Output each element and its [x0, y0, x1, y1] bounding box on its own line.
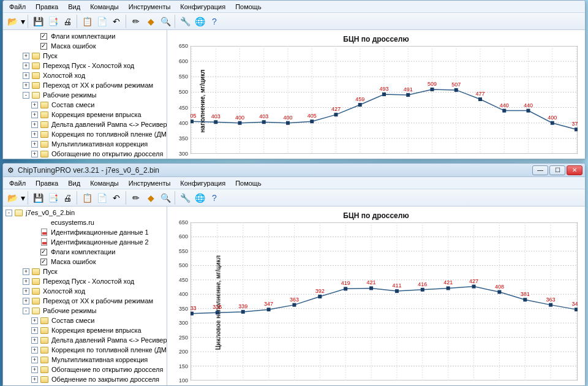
copy-icon[interactable]: 📋 — [80, 15, 94, 28]
print-icon[interactable]: 🖨 — [61, 15, 74, 28]
maximize-button[interactable]: ☐ — [549, 165, 565, 175]
expand-icon[interactable]: + — [23, 72, 29, 79]
open-icon[interactable]: 📂 — [6, 191, 19, 205]
save-icon[interactable]: 💾 — [31, 15, 45, 28]
tool1-icon[interactable]: 🔧 — [178, 191, 192, 205]
tree-item[interactable]: +Коррекция по топливной пленке (ДМРВ) — [3, 345, 167, 355]
expand-icon[interactable]: + — [31, 121, 38, 128]
tree-item[interactable]: Флаги комплектации — [3, 247, 167, 257]
expand-icon[interactable]: + — [31, 337, 38, 344]
tree-item[interactable]: +Состав смеси — [3, 100, 167, 110]
expand-icon[interactable]: + — [23, 298, 29, 305]
zoom-icon[interactable]: 🔍 — [159, 191, 172, 205]
open-icon[interactable]: 📂 — [6, 15, 19, 28]
select-icon[interactable]: ✏ — [129, 15, 143, 28]
info-icon[interactable]: ◆ — [144, 15, 157, 28]
copy-icon[interactable]: 📋 — [80, 191, 94, 205]
tree-item[interactable]: +Дельта давлений Рампа <-> Ресивер — [3, 335, 167, 345]
expand-icon[interactable]: + — [31, 131, 38, 138]
zoom-icon[interactable]: 🔍 — [159, 15, 172, 28]
help-icon[interactable]: ? — [208, 15, 221, 28]
undo-icon[interactable]: ↶ — [110, 15, 123, 28]
tree-item[interactable]: +Коррекция времени впрыска — [3, 110, 167, 119]
tree-item[interactable]: -Рабочие режимы — [3, 306, 167, 316]
tree-item[interactable]: +Холостой ход — [3, 70, 167, 80]
paste-icon[interactable]: 📄 — [95, 15, 108, 28]
dropdown-icon[interactable]: ▾ — [20, 191, 25, 205]
tree-item[interactable]: +Пуск — [3, 51, 167, 61]
menu-commands[interactable]: Команды — [85, 178, 124, 188]
menu-tools[interactable]: Инструменты — [124, 178, 176, 188]
save-icon[interactable]: 💾 — [31, 191, 45, 205]
tree-item[interactable]: +Холостой ход — [3, 286, 167, 296]
tree-item[interactable]: Идентификационные данные 2 — [3, 237, 167, 247]
tree-item[interactable]: +Переход от XX к рабочим режимам — [3, 296, 167, 306]
expand-icon[interactable]: + — [31, 141, 38, 148]
tool2-icon[interactable]: 🌐 — [193, 15, 206, 28]
expand-icon[interactable]: + — [31, 366, 38, 373]
expand-icon[interactable]: + — [31, 102, 38, 108]
saveall-icon[interactable]: 📑 — [46, 191, 59, 205]
menu-config[interactable]: Конфигурация — [175, 178, 230, 188]
menu-edit[interactable]: Правка — [31, 178, 63, 188]
tree-item[interactable]: +Обогащение по давлению (ДАД) — [3, 384, 167, 385]
tree-item[interactable]: Маска ошибок — [3, 41, 167, 51]
close-button[interactable]: ✕ — [567, 165, 582, 175]
tree-panel[interactable]: -j7es_v0_6_2.binecusystems.ruИдентификац… — [3, 206, 167, 385]
menu-view[interactable]: Вид — [63, 2, 85, 12]
tree-item[interactable]: +Обогащение по открытию дросселя — [3, 149, 167, 159]
tree-item[interactable]: +Переход Пуск - Холостой ход — [3, 61, 167, 70]
tree-panel[interactable]: Флаги комплектацииМаска ошибок+Пуск+Пере… — [3, 30, 167, 159]
tree-item[interactable]: -Рабочие режимы — [3, 90, 167, 100]
tree-item[interactable]: +Обеднение по закрытию дросселя — [3, 374, 167, 384]
expand-icon[interactable]: - — [23, 308, 29, 314]
expand-icon[interactable]: + — [23, 288, 29, 295]
expand-icon[interactable]: - — [23, 92, 29, 99]
expand-icon[interactable]: + — [23, 62, 29, 69]
menu-file[interactable]: Файл — [4, 178, 31, 188]
expand-icon[interactable]: + — [31, 151, 38, 157]
tree-item[interactable]: +Мультипликативная коррекция — [3, 355, 167, 365]
tree-item[interactable]: Маска ошибок — [3, 257, 167, 267]
info-icon[interactable]: ◆ — [144, 191, 157, 205]
menu-view[interactable]: Вид — [63, 178, 85, 188]
minimize-button[interactable]: — — [532, 165, 548, 175]
saveall-icon[interactable]: 📑 — [46, 15, 59, 28]
chart-area[interactable]: наполнение, мг/цикл 30035040045050055060… — [172, 46, 580, 156]
expand-icon[interactable]: + — [31, 327, 38, 334]
expand-icon[interactable]: + — [31, 112, 38, 118]
expand-icon[interactable]: + — [31, 357, 38, 363]
select-icon[interactable]: ✏ — [129, 191, 143, 205]
tree-item[interactable]: +Переход от XX к рабочим режимам — [3, 80, 167, 90]
expand-icon[interactable]: + — [23, 82, 29, 89]
tree-item[interactable]: -j7es_v0_6_2.bin — [3, 208, 167, 218]
menu-edit[interactable]: Правка — [31, 2, 63, 12]
expand-icon[interactable]: + — [31, 376, 38, 383]
expand-icon[interactable]: + — [31, 317, 38, 324]
print-icon[interactable]: 🖨 — [61, 191, 74, 205]
menu-help[interactable]: Помощь — [230, 2, 266, 12]
tool1-icon[interactable]: 🔧 — [178, 15, 192, 28]
titlebar[interactable]: ⚙ ChipTuningPRO ver.3.21 - j7es_v0_6_2.b… — [3, 164, 585, 177]
tool2-icon[interactable]: 🌐 — [193, 191, 206, 205]
tree-item[interactable]: Флаги комплектации — [3, 31, 167, 41]
menu-tools[interactable]: Инструменты — [124, 2, 176, 12]
tree-item[interactable]: +Дельта давлений Рампа <-> Ресивер — [3, 119, 167, 129]
tree-item[interactable]: Идентификационные данные 1 — [3, 227, 167, 237]
menu-config[interactable]: Конфигурация — [175, 2, 230, 12]
tree-item[interactable]: +Обогащение по открытию дросселя — [3, 365, 167, 374]
menu-help[interactable]: Помощь — [230, 178, 266, 188]
paste-icon[interactable]: 📄 — [95, 191, 108, 205]
tree-item[interactable]: +Мультипликативная коррекция — [3, 139, 167, 149]
undo-icon[interactable]: ↶ — [110, 191, 123, 205]
chart-area[interactable]: Цикловое наполнение, мг/цикл 10015020025… — [172, 222, 580, 383]
menu-file[interactable]: Файл — [4, 2, 31, 12]
expand-icon[interactable]: - — [6, 210, 12, 216]
help-icon[interactable]: ? — [208, 191, 221, 205]
tree-item[interactable]: +Коррекция по топливной пленке (ДМРВ) — [3, 129, 167, 139]
tree-item[interactable]: ecusystems.ru — [3, 218, 167, 227]
expand-icon[interactable]: + — [23, 268, 29, 275]
tree-item[interactable]: +Состав смеси — [3, 316, 167, 325]
menu-commands[interactable]: Команды — [85, 2, 124, 12]
tree-item[interactable]: +Пуск — [3, 267, 167, 276]
